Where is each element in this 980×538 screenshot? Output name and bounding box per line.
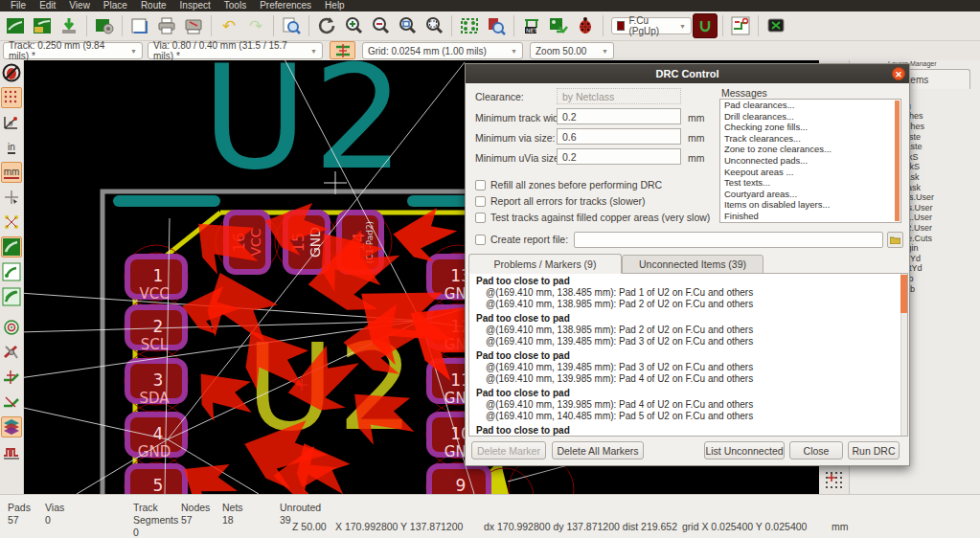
grid-size-dropdown[interactable]: Grid: 0.0254 mm (1.00 mils)▼ — [362, 42, 523, 59]
microwave-tools-icon[interactable] — [693, 13, 718, 38]
clearance-field[interactable] — [557, 88, 681, 104]
problems-list[interactable]: Pad too close to pad @(169.410 mm, 138.4… — [468, 273, 908, 437]
layer-pair-icon[interactable] — [1, 416, 22, 437]
tab-unconnected-items[interactable]: Unconnected Items (39) — [622, 255, 763, 274]
problem-entry[interactable]: Pad too close to pad @(169.410 mm, 138.4… — [469, 276, 907, 310]
tune-track-length-icon[interactable] — [1, 441, 22, 462]
run-drc-button[interactable]: Run DRC — [848, 441, 900, 460]
message-item: Track clearances... — [720, 133, 900, 145]
checkbox-icon[interactable] — [475, 213, 486, 223]
open-board-icon[interactable] — [30, 13, 55, 38]
refresh-view-icon[interactable] — [314, 13, 339, 38]
messages-label: Messages — [721, 87, 767, 99]
track-width-dropdown[interactable]: Track: 0.250 mm (9.84 mils) *▼ — [3, 42, 143, 59]
layer-select-dropdown[interactable]: F.Cu (PgUp) ▼ — [611, 17, 692, 34]
menu-item[interactable]: Help — [318, 0, 352, 11]
drag-track-45-icon[interactable] — [1, 367, 22, 388]
zoom-out-icon[interactable] — [368, 13, 393, 38]
close-icon[interactable]: ✕ — [892, 67, 905, 80]
problem-title: Pad too close to pad — [469, 350, 907, 362]
toolbar-separator — [603, 15, 604, 36]
count-block: Unrouted 39 — [280, 502, 321, 538]
drc-checkbox-row[interactable]: Report all errors for tracks (slower) — [475, 195, 646, 207]
drc-checkbox-row[interactable]: Test tracks against filled copper areas … — [475, 212, 710, 223]
problem-entry[interactable]: Pad too close to pad @(169.410 mm, 139.9… — [469, 388, 907, 422]
update-pcb-from-schematic-icon[interactable] — [546, 13, 571, 38]
min-uvia-size-field[interactable] — [557, 148, 681, 165]
grid-origin-icon[interactable] — [822, 468, 845, 491]
zoom-in-icon[interactable] — [341, 13, 366, 38]
drag-track-free-icon[interactable] — [1, 392, 22, 413]
footprint-mode-icon[interactable] — [457, 13, 482, 38]
ratsnest-visibility-icon[interactable] — [1, 212, 22, 233]
units-inch-icon[interactable]: in — [1, 137, 22, 158]
zones-outline-icon[interactable] — [1, 286, 22, 307]
drc-dialog-titlebar[interactable]: DRC Control ✕ — [466, 64, 909, 83]
problem-entry[interactable]: Pad too close to pad @(169.410 mm, 138.9… — [469, 313, 907, 347]
via-size-dropdown[interactable]: Via: 0.80 / 0.40 mm (31.5 / 15.7 mils) *… — [148, 42, 323, 59]
list-unconnected-button[interactable]: List Unconnected — [704, 441, 785, 460]
footprint-browser-icon[interactable] — [484, 13, 509, 38]
menu-item[interactable]: Tools — [217, 0, 253, 11]
menu-item[interactable]: Inspect — [173, 0, 217, 11]
problem-entry[interactable]: Pad too close to pad @(169.410 mm, 139.4… — [469, 350, 907, 385]
new-board-icon[interactable] — [3, 13, 28, 38]
undo-icon[interactable]: ↶ — [217, 13, 241, 38]
print-icon[interactable] — [154, 13, 179, 38]
delete-track-icon[interactable] — [1, 342, 22, 363]
cursor-style-icon[interactable] — [1, 187, 22, 208]
drc-icon[interactable] — [573, 13, 598, 38]
redo-icon[interactable]: ↷ — [243, 13, 268, 38]
footprint-ratsnest-icon[interactable] — [1, 317, 22, 338]
auto-track-width-toggle[interactable] — [330, 41, 355, 59]
browse-report-file-button[interactable] — [887, 232, 903, 248]
checkbox-icon[interactable] — [475, 196, 486, 207]
grid-visibility-icon[interactable] — [1, 87, 22, 108]
drc-dialog-body: Clearance: Minimum track width: mm Minim… — [466, 83, 909, 465]
zones-unfilled-icon[interactable] — [1, 261, 22, 282]
problems-scrollbar[interactable] — [900, 274, 907, 436]
plot-icon[interactable] — [181, 13, 206, 38]
min-track-width-field[interactable] — [557, 108, 681, 124]
find-icon[interactable] — [279, 13, 304, 38]
messages-scrollbar[interactable] — [895, 101, 900, 221]
chevron-down-icon: ▼ — [602, 48, 608, 55]
drc-checkbox-row[interactable]: Refill all zones before performing DRC — [475, 179, 662, 191]
svg-text:NET: NET — [526, 27, 537, 34]
zones-filled-icon[interactable] — [1, 236, 22, 258]
checkbox-icon[interactable] — [475, 235, 486, 245]
drc-off-icon[interactable] — [1, 62, 22, 83]
menu-item[interactable]: File — [4, 0, 33, 11]
menu-item[interactable]: Place — [97, 0, 134, 11]
menu-item[interactable]: Edit — [33, 0, 62, 11]
problem-entry[interactable]: Pad too close to pad — [469, 425, 907, 437]
zoom-to-selection-icon[interactable] — [422, 13, 446, 38]
delete-marker-button[interactable]: Delete Marker — [471, 441, 546, 460]
flip-view-icon[interactable] — [763, 13, 788, 38]
problem-entries: Pad too close to pad @(169.410 mm, 138.4… — [469, 276, 907, 437]
problems-scrollbar-thumb[interactable] — [900, 275, 907, 313]
menu-item[interactable]: View — [62, 0, 97, 11]
zoom-level-dropdown[interactable]: Zoom 50.00▼ — [530, 42, 614, 59]
drag-track-icon[interactable] — [728, 13, 753, 38]
board-setup-icon[interactable] — [92, 13, 117, 38]
page-settings-icon[interactable] — [127, 13, 152, 38]
tab-problems-markers[interactable]: Problems / Markers (9) — [468, 254, 622, 274]
menu-item[interactable]: Preferences — [253, 0, 318, 11]
checkbox-icon[interactable] — [475, 180, 486, 191]
polar-coordinates-icon[interactable]: θ — [1, 112, 22, 133]
units-mm-icon[interactable]: mm — [1, 162, 22, 183]
netlist-icon[interactable]: NET — [519, 13, 544, 38]
messages-list[interactable]: Pad clearances...Drill clearances...Chec… — [719, 99, 901, 223]
save-board-icon[interactable] — [57, 13, 81, 38]
problem-title: Pad too close to pad — [469, 425, 907, 437]
min-via-size-field[interactable] — [557, 128, 681, 145]
report-file-field[interactable] — [574, 232, 883, 248]
create-report-row[interactable]: Create report file: — [475, 234, 568, 245]
close-button[interactable]: Close — [789, 441, 843, 460]
problem-title: Pad too close to pad — [469, 276, 907, 287]
problem-detail: @(169.410 mm, 138.985 mm): Pad 2 of U2 o… — [469, 299, 907, 310]
menu-item[interactable]: Route — [134, 0, 173, 11]
zoom-fit-icon[interactable] — [395, 13, 420, 38]
delete-all-markers-button[interactable]: Delete All Markers — [552, 441, 644, 460]
